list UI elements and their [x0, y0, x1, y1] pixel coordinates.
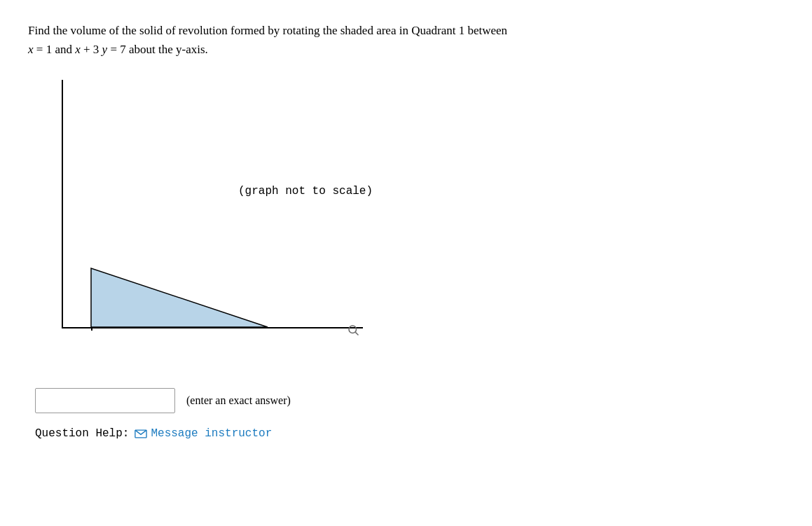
answer-section: (enter an exact answer)	[35, 388, 784, 413]
question-line2: x = 1 and x + 3 y = 7 about the y-axis.	[28, 43, 208, 56]
svg-line-2	[355, 333, 358, 335]
svg-marker-0	[91, 268, 268, 327]
shaded-triangle-svg	[42, 80, 364, 332]
enter-exact-label: (enter an exact answer)	[186, 394, 291, 407]
answer-input[interactable]	[35, 388, 175, 413]
message-instructor-text: Message instructor	[151, 427, 272, 440]
question-help-label: Question Help:	[35, 427, 129, 440]
svg-point-1	[349, 326, 357, 333]
envelope-icon	[135, 429, 147, 438]
axes-container	[42, 80, 364, 353]
question-help: Question Help: Message instructor	[35, 427, 784, 440]
magnify-icon[interactable]	[347, 324, 359, 340]
question-text: Find the volume of the solid of revoluti…	[28, 21, 784, 59]
question-line1: Find the volume of the solid of revoluti…	[28, 24, 507, 37]
message-instructor-link[interactable]: Message instructor	[135, 427, 272, 440]
graph-area: (graph not to scale)	[28, 73, 392, 367]
